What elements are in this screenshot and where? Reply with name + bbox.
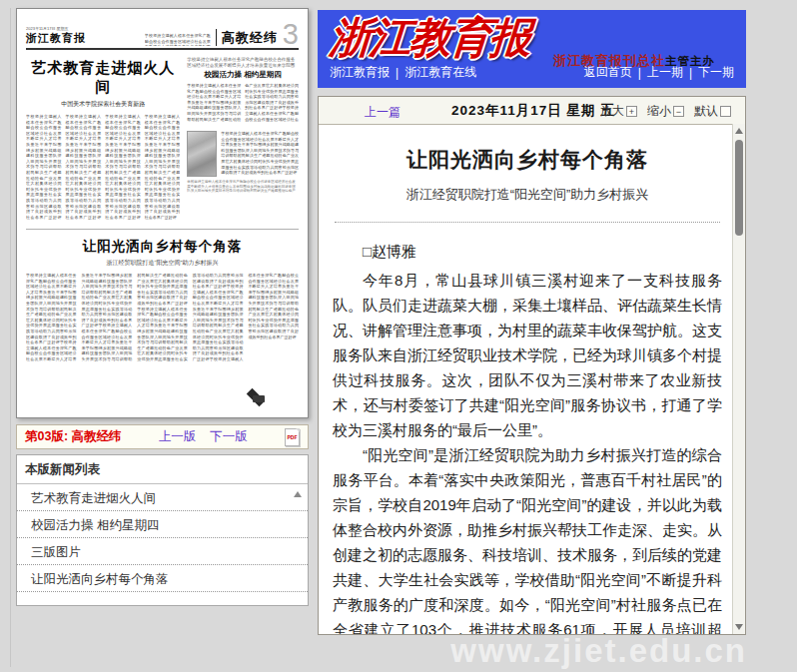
thumb-masthead-right: 学校坚持立德树人根本任务深化产教融合校企合作服务区域经济社会发展不断提升人才培养… <box>145 22 299 46</box>
scroll-up-icon[interactable] <box>294 491 302 497</box>
prev-article-link[interactable]: 上一篇 <box>365 104 400 121</box>
site-watermark: www.zjiet.edu.cn <box>450 632 747 670</box>
article-paragraph: “阳光空间”是浙江经贸职院为助力乡村振兴打造的综合服务平台。本着“落实中央政策阳… <box>333 442 722 634</box>
graduation-cap-icon <box>247 386 273 404</box>
newspaper-page-thumbnail[interactable]: 2023年11月17日 星期五 浙江教育报 学校坚持立德树人根本任务深化产教融合… <box>16 8 309 418</box>
article-body: 让阳光洒向乡村每个角落 浙江经贸职院打造“阳光空间”助力乡村振兴 □赵博雅 今年… <box>319 124 732 634</box>
thumb-masthead: 2023年11月17日 星期五 浙江教育报 学校坚持立德树人根本任务深化产教融合… <box>26 16 299 46</box>
thumb-paper-name: 浙江教育报 <box>26 31 86 46</box>
news-list-item[interactable]: 让阳光洒向乡村每个角落 <box>17 565 308 592</box>
zoom-in-icon[interactable]: + <box>626 106 637 117</box>
thumb-article-3-title: 让阳光洒向乡村每个角落 <box>26 238 299 256</box>
nav-link-online[interactable]: 浙江教育在线 <box>404 64 476 81</box>
next-page-link[interactable]: 下一版 <box>210 428 248 445</box>
default-size-control[interactable]: 默认 <box>694 103 731 120</box>
thumb-article-2-kicker: 学校坚持立德树人根本任务深化产教融合校企合作服务区域经济社会发展不断提升人才培养… <box>187 57 299 68</box>
page-background: 2023年11月17日 星期五 浙江教育报 学校坚持立德树人根本任务深化产教融合… <box>0 0 797 672</box>
article-content-box: 上一篇 2023年11月17日 星期 五 放大 + 缩小 − 默认 让阳光洒向乡… <box>318 96 746 635</box>
news-list-item[interactable]: 校园活力操 相约星期四 <box>17 511 308 538</box>
scrollbar-down-icon[interactable] <box>735 624 743 630</box>
default-size-label: 默认 <box>694 103 718 120</box>
page-navigation-bar: 第03版: 高教经纬 上一版 下一版 PDF <box>16 424 309 449</box>
nav-link-prev-issue[interactable]: 上一期 <box>647 64 683 81</box>
thumb-section-name: 高教经纬 <box>222 30 278 46</box>
zoom-in-label: 放大 <box>600 103 624 120</box>
pdf-icon-fold <box>296 428 300 432</box>
default-size-icon[interactable] <box>720 106 731 117</box>
thumb-editor-info: 学校坚持立德树人根本任务深化产教融合校企合作服务区域经济社会发展不断提升人才培养… <box>145 33 211 46</box>
zoom-out-icon[interactable]: − <box>673 106 684 117</box>
nav-separator: | <box>638 66 641 80</box>
thumb-article-1: 艺术教育走进烟火人间 中国美术学院探索社会美育新路 学校坚持立德树人根本任务深化… <box>26 54 299 222</box>
article-scrollbar[interactable] <box>732 124 745 634</box>
thumb-article-2: 学校坚持立德树人根本任务深化产教融合校企合作服务区域经济社会发展不断提升人才培养… <box>187 54 299 222</box>
graduation-cap-base <box>253 395 265 402</box>
zoom-out-control[interactable]: 缩小 − <box>647 103 684 120</box>
header-nav-left: 浙江教育报 | 浙江教育在线 <box>330 64 476 81</box>
prev-page-link[interactable]: 上一版 <box>159 428 197 445</box>
news-list-header: 本版新闻列表 <box>17 455 308 484</box>
article-divider <box>335 222 720 223</box>
pdf-icon-label: PDF <box>287 434 297 440</box>
article-subtitle: 浙江经贸职院打造“阳光空间”助力乡村振兴 <box>333 186 722 204</box>
zoom-out-label: 缩小 <box>647 103 671 120</box>
thumb-news-photo <box>187 131 217 177</box>
nav-separator: | <box>396 66 398 80</box>
news-list-item[interactable]: 艺术教育走进烟火人间 <box>17 484 308 511</box>
page-bar-links: 上一版 下一版 <box>159 428 248 445</box>
thumb-article-1-main: 艺术教育走进烟火人间 中国美术学院探索社会美育新路 学校坚持立德树人根本任务深化… <box>26 54 180 222</box>
scrollbar-thumb[interactable] <box>735 140 743 236</box>
issue-date: 2023年11月17日 星期 五 <box>451 102 615 120</box>
nav-link-paper[interactable]: 浙江教育报 <box>330 64 390 81</box>
masthead-divider <box>216 29 217 46</box>
thumb-article-1-subtitle: 中国美术学院探索社会美育新路 <box>26 100 180 109</box>
font-size-controls: 放大 + 缩小 − 默认 <box>600 103 731 120</box>
masthead-rule <box>26 48 299 50</box>
article-toolbar: 上一篇 2023年11月17日 星期 五 放大 + 缩小 − 默认 <box>319 97 745 125</box>
thumb-article-1-body: 学校坚持立德树人根本任务深化产教融合校企合作服务区域经济社会发展不断提升人才培养… <box>26 114 180 240</box>
thumb-article-2-body: 学校坚持立德树人根本任务深化产教融合校企合作服务区域经济社会发展不断提升人才培养… <box>187 83 299 127</box>
thumb-article-2-title: 校园活力操 相约星期四 <box>187 70 299 80</box>
news-list-item[interactable]: 三版图片 <box>17 538 308 565</box>
site-header: 浙江教育报 浙江教育报刊总社 主管主办 浙江教育报 | 浙江教育在线 返回首页 … <box>318 10 746 88</box>
header-nav-right: 返回首页 | 上一期 | 下一期 <box>584 64 734 81</box>
thumb-photo-side-text: 学校坚持立德树人根本任务深化产教融合校企合作服务区域经济社会发展不断提升人才培养… <box>221 131 299 177</box>
current-page-label: 第03版: 高教经纬 <box>25 428 122 445</box>
article-author: □赵博雅 <box>333 239 722 264</box>
article-title: 让阳光洒向乡村每个角落 <box>333 146 722 174</box>
news-list-panel: 本版新闻列表 艺术教育走进烟火人间 校园活力操 相约星期四 三版图片 让阳光洒向… <box>16 454 309 606</box>
nav-separator: | <box>689 66 692 80</box>
thumb-photo-caption: 学校坚持立德树人根本任务深化产教融合校企合作服务区域经济社会发展不断提升人才培养… <box>187 180 299 194</box>
thumb-photo-row: 学校坚持立德树人根本任务深化产教融合校企合作服务区域经济社会发展不断提升人才培养… <box>187 131 299 177</box>
nav-link-next-issue[interactable]: 下一期 <box>698 64 734 81</box>
zoom-in-control[interactable]: 放大 + <box>600 103 637 120</box>
nav-link-home[interactable]: 返回首页 <box>584 64 632 81</box>
thumb-article-1-title: 艺术教育走进烟火人间 <box>26 59 180 97</box>
article-paragraph: 今年8月，常山县球川镇三溪村迎来了一支科技服务队。队员们走进蔬菜大棚，采集土壤样… <box>333 268 722 442</box>
pdf-download-icon[interactable]: PDF <box>285 428 300 446</box>
thumb-article-3: 让阳光洒向乡村每个角落 浙江经贸职院打造“阳光空间”助力乡村振兴 学校坚持立德树… <box>26 229 299 418</box>
scrollbar-up-icon[interactable] <box>735 128 743 134</box>
thumb-article-3-subtitle: 浙江经贸职院打造“阳光空间”助力乡村振兴 <box>26 259 299 268</box>
left-divider <box>10 8 11 667</box>
thumb-masthead-left: 2023年11月17日 星期五 浙江教育报 <box>26 26 86 46</box>
site-logo: 浙江教育报 <box>328 10 531 66</box>
thumb-page-number: 3 <box>283 22 299 46</box>
